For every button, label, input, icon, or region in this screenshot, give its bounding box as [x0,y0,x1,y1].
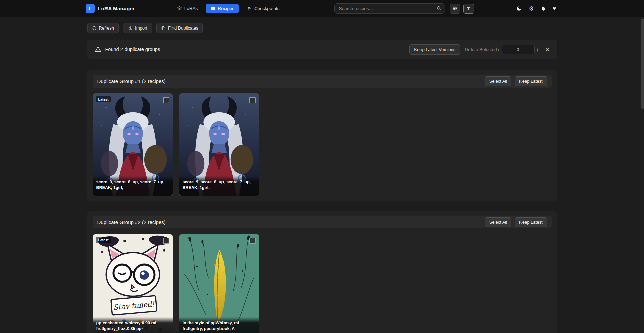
moon-icon [516,6,522,11]
brand: L LoRA Manager [86,4,135,13]
search-icon[interactable] [436,6,442,12]
latest-badge: Latest [96,237,111,243]
keep-latest-button[interactable]: Keep Latest [515,217,547,227]
search-input[interactable] [334,3,445,14]
recipe-card[interactable]: Latest pp-enchanted-whimsy:0.90 ral-frct… [93,234,173,333]
delete-selected-prefix: Delete Selected ( [465,47,500,52]
nav-label: Recipes [218,6,234,11]
banner-message: Found 2 duplicate groups [105,47,160,52]
select-checkbox[interactable] [163,97,169,103]
select-checkbox[interactable] [249,97,256,103]
app-logo-icon[interactable]: L [86,4,95,13]
keep-latest-button[interactable]: Keep Latest [515,76,547,86]
recipe-caption: score_9, score_8_up, score_7_up, BREAK, … [179,176,259,196]
funnel-icon [466,6,471,11]
banner-close-icon[interactable]: × [545,46,549,53]
sliders-icon [453,6,458,11]
recipe-card[interactable]: score_9, score_8_up, score_7_up, BREAK, … [179,93,259,196]
support-button[interactable]: ♥ [553,5,556,12]
group-title: Duplicate Group #1 (2 recipes) [97,78,166,84]
select-all-button[interactable]: Select All [485,76,511,86]
flag-icon [247,6,252,11]
group-actions: Select All Keep Latest [485,217,547,227]
import-button[interactable]: Import [123,23,152,33]
nav-tab-loras[interactable]: LoRAs [172,4,203,13]
recipe-cards: Latest score_9, score_8_up, score_7_up, … [93,93,552,196]
select-checkbox[interactable] [249,238,256,244]
recipe-caption: in the style of ppWhimsy, ral-frctlgmtry… [179,317,259,333]
duplicates-banner: Found 2 duplicate groups Keep Latest Ver… [87,40,557,59]
recipe-card[interactable]: in the style of ppWhimsy, ral-frctlgmtry… [179,234,259,333]
refresh-button[interactable]: Refresh [87,23,119,33]
funnel-filter-button[interactable] [463,4,474,14]
copy-stack-icon [161,26,166,31]
main-content: Refresh Import Find Duplicates Found 2 d… [87,23,557,333]
nav-tab-checkpoints[interactable]: Checkpoints [242,4,284,13]
keep-latest-versions-button[interactable]: Keep Latest Versions [409,44,460,55]
selected-count-input[interactable] [502,45,535,54]
refresh-label: Refresh [99,25,114,31]
sliders-filter-button[interactable] [450,4,460,14]
layers-icon [177,6,182,11]
group-title: Duplicate Group #2 (2 recipes) [97,219,166,225]
notifications-button[interactable] [541,6,546,11]
nav-label: Checkpoints [254,6,279,11]
select-all-button[interactable]: Select All [485,217,511,227]
recipe-caption: pp-enchanted-whimsy:0.90 ral-frctlgmtry_… [93,317,173,333]
group-actions: Select All Keep Latest [485,76,547,86]
duplicate-group-1: Duplicate Group #1 (2 recipes) Select Al… [87,70,557,201]
group-header: Duplicate Group #2 (2 recipes) Select Al… [93,216,552,228]
toolbar: Refresh Import Find Duplicates [87,23,557,33]
nav-label: LoRAs [184,6,198,11]
recipe-cards: Latest pp-enchanted-whimsy:0.90 ral-frct… [93,234,552,333]
book-icon [210,6,215,11]
bell-icon [541,6,546,11]
recipe-card[interactable]: Latest score_9, score_8_up, score_7_up, … [93,93,173,196]
heart-icon: ♥ [553,5,556,12]
import-icon [128,26,133,31]
latest-badge: Latest [96,96,111,102]
warning-icon [95,46,101,53]
scrollbar-thumb[interactable] [641,18,644,109]
header: L LoRA Manager LoRAs Recipes Checkpoints [0,0,644,17]
group-header: Duplicate Group #1 (2 recipes) Select Al… [93,75,552,88]
delete-selected-group: Delete Selected ( ) [465,45,538,54]
settings-button[interactable]: ⚙ [529,5,534,12]
delete-selected-suffix: ) [537,47,538,52]
main-nav: LoRAs Recipes Checkpoints [172,4,284,13]
search [334,3,445,14]
nav-tab-recipes[interactable]: Recipes [206,4,239,13]
refresh-icon [92,26,97,31]
duplicate-group-2: Duplicate Group #2 (2 recipes) Select Al… [87,211,557,333]
banner-actions: Keep Latest Versions Delete Selected ( )… [409,44,549,55]
find-duplicates-button[interactable]: Find Duplicates [156,23,203,33]
recipe-caption: score_9, score_8_up, score_7_up, BREAK, … [93,176,173,196]
header-filter-buttons [450,4,474,14]
header-actions: ⚙ ♥ [516,5,556,12]
find-duplicates-label: Find Duplicates [168,25,198,31]
gear-icon: ⚙ [529,5,534,12]
theme-toggle-button[interactable] [516,6,522,11]
import-label: Import [135,25,147,31]
select-checkbox[interactable] [163,238,169,244]
app-title: LoRA Manager [98,6,135,12]
